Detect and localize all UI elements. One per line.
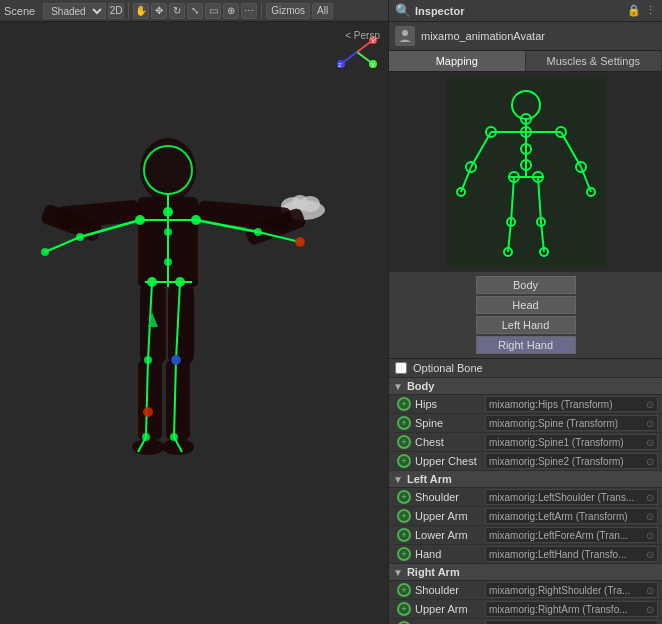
table-row: + Upper Arm mixamorig:RightArm (Transfo.… [389, 600, 662, 619]
svg-rect-22 [166, 360, 190, 440]
options-icon[interactable]: ⋮ [645, 4, 656, 17]
leftarm-section-header[interactable]: ▼ Left Arm [389, 471, 662, 488]
head-button[interactable]: Head [476, 296, 576, 314]
tool-rect[interactable]: ▭ [205, 3, 221, 19]
table-row: + Chest mixamorig:Spine1 (Transform) ⊙ [389, 433, 662, 452]
optional-bone-checkbox[interactable] [395, 362, 407, 374]
tool-rotate[interactable]: ↻ [169, 3, 185, 19]
table-row: + Lower Arm mixamorig:LeftForeArm (Tran.… [389, 526, 662, 545]
leftupperarm-name: Upper Arm [415, 510, 485, 522]
optional-bone-label: Optional Bone [413, 362, 483, 374]
svg-point-40 [163, 207, 173, 217]
leftlowerarm-transform[interactable]: mixamorig:LeftForeArm (Tran... ⊙ [485, 527, 658, 543]
body-section-label: Body [407, 380, 435, 392]
leftarm-section-label: Left Arm [407, 473, 452, 485]
chest-transform-field[interactable]: mixamorig:Spine1 (Transform) ⊙ [485, 434, 658, 450]
tool-move[interactable]: ✥ [151, 3, 167, 19]
svg-point-45 [76, 233, 84, 241]
leftshoulder-transform[interactable]: mixamorig:LeftShoulder (Trans... ⊙ [485, 489, 658, 505]
gizmos-button[interactable]: Gizmos [266, 3, 310, 19]
table-row: + Shoulder mixamorig:RightShoulder (Tra.… [389, 581, 662, 600]
rightlowerarm-transform[interactable]: mixamorig:RightForeArm (Tra... ⊙ [485, 620, 658, 624]
svg-point-51 [144, 356, 152, 364]
tab-mapping[interactable]: Mapping [389, 51, 526, 71]
table-row: + Upper Chest mixamorig:Spine2 (Transfor… [389, 452, 662, 471]
avatar-name: mixamo_animationAvatar [421, 30, 545, 42]
character-skeleton [0, 22, 388, 624]
table-row: + Lower Arm mixamorig:RightForeArm (Tra.… [389, 619, 662, 624]
lefthand-icon: + [397, 547, 411, 561]
shading-dropdown[interactable]: Shaded [43, 3, 106, 19]
2d-button[interactable]: 2D [108, 3, 124, 19]
svg-point-53 [142, 433, 150, 441]
tab-muscles-settings[interactable]: Muscles & Settings [526, 51, 663, 71]
rightshoulder-icon: + [397, 583, 411, 597]
spine-transform-field[interactable]: mixamorig:Spine (Transform) ⊙ [485, 415, 658, 431]
svg-point-56 [143, 407, 153, 417]
svg-point-42 [164, 258, 172, 266]
rightupperarm-icon: + [397, 602, 411, 616]
rightarm-arrow-icon: ▼ [393, 567, 403, 578]
hips-bone-icon: + [397, 397, 411, 411]
body-section-header[interactable]: ▼ Body [389, 378, 662, 395]
rightupperarm-transform[interactable]: mixamorig:RightArm (Transfo... ⊙ [485, 601, 658, 617]
bone-list-scroll[interactable]: ▼ Body + Hips mixamorig:Hips (Transform)… [389, 378, 662, 624]
hips-bone-name: Hips [415, 398, 485, 410]
rightarm-section-label: Right Arm [407, 566, 460, 578]
inspector-header: 🔍 Inspector 🔒 ⋮ [389, 0, 662, 22]
svg-line-30 [45, 237, 80, 252]
tool-transform[interactable]: ⊕ [223, 3, 239, 19]
tool-custom[interactable]: ⋯ [241, 3, 257, 19]
separator-2 [261, 3, 262, 19]
rightarm-section-header[interactable]: ▼ Right Arm [389, 564, 662, 581]
chest-bone-icon: + [397, 435, 411, 449]
hips-transform-field[interactable]: mixamorig:Hips (Transform) ⊙ [485, 396, 658, 412]
tool-hand[interactable]: ✋ [133, 3, 149, 19]
svg-point-13 [140, 138, 196, 202]
leftarm-arrow-icon: ▼ [393, 474, 403, 485]
leftlowerarm-icon: + [397, 528, 411, 542]
svg-point-54 [170, 433, 178, 441]
separator-1 [128, 3, 129, 19]
rightupperarm-name: Upper Arm [415, 603, 485, 615]
avatar-preview [389, 72, 662, 272]
body-button[interactable]: Body [476, 276, 576, 294]
inspector-tabs: Mapping Muscles & Settings [389, 51, 662, 72]
spine-bone-name: Spine [415, 417, 485, 429]
svg-point-24 [162, 439, 194, 455]
avatar-diagram [446, 77, 606, 267]
svg-rect-20 [168, 284, 194, 364]
inspector-panel: 🔍 Inspector 🔒 ⋮ mixamo_animationAvatar M… [388, 0, 662, 624]
leftshoulder-icon: + [397, 490, 411, 504]
table-row: + Upper Arm mixamorig:LeftArm (Transform… [389, 507, 662, 526]
leftupperarm-transform[interactable]: mixamorig:LeftArm (Transform) ⊙ [485, 508, 658, 524]
scene-viewport: X Y Z < Persp [0, 22, 388, 624]
avatar-icon [395, 26, 415, 46]
lock-icon[interactable]: 🔒 [627, 4, 641, 17]
body-arrow-icon: ▼ [393, 381, 403, 392]
leftupperarm-icon: + [397, 509, 411, 523]
svg-point-50 [175, 277, 185, 287]
scene-panel: Scene Shaded 2D ✋ ✥ ↻ ⤡ ▭ ⊕ ⋯ Gizmos All [0, 0, 388, 624]
svg-point-46 [41, 248, 49, 256]
optional-bone-row: Optional Bone [389, 359, 662, 378]
left-hand-button[interactable]: Left Hand [476, 316, 576, 334]
leftshoulder-name: Shoulder [415, 491, 485, 503]
svg-point-58 [295, 237, 305, 247]
leftlowerarm-name: Lower Arm [415, 529, 485, 541]
inspector-icon: 🔍 [395, 3, 411, 18]
table-row: + Shoulder mixamorig:LeftShoulder (Trans… [389, 488, 662, 507]
upperchest-bone-name: Upper Chest [415, 455, 485, 467]
rightshoulder-name: Shoulder [415, 584, 485, 596]
upperchest-transform-field[interactable]: mixamorig:Spine2 (Transform) ⊙ [485, 453, 658, 469]
svg-point-49 [147, 277, 157, 287]
lefthand-transform[interactable]: mixamorig:LeftHand (Transfo... ⊙ [485, 546, 658, 562]
table-row: + Spine mixamorig:Spine (Transform) ⊙ [389, 414, 662, 433]
tool-scale[interactable]: ⤡ [187, 3, 203, 19]
all-button[interactable]: All [312, 3, 333, 19]
scene-title: Scene [4, 5, 35, 17]
scene-toolbar: Scene Shaded 2D ✋ ✥ ↻ ⤡ ▭ ⊕ ⋯ Gizmos All [0, 0, 388, 22]
right-hand-button[interactable]: Right Hand [476, 336, 576, 354]
lefthand-name: Hand [415, 548, 485, 560]
rightshoulder-transform[interactable]: mixamorig:RightShoulder (Tra... ⊙ [485, 582, 658, 598]
